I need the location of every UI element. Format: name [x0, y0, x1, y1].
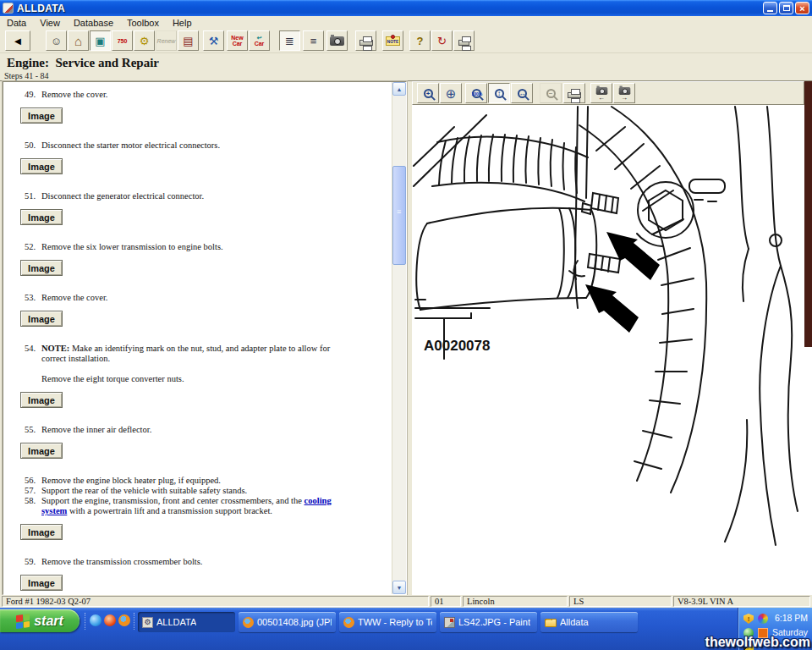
- used-car-icon: ↩Car: [255, 35, 265, 47]
- step-number: 51.: [25, 191, 36, 201]
- shop-button[interactable]: ⌂: [68, 30, 89, 51]
- printer-icon: [568, 92, 581, 98]
- settings-help-button[interactable]: ⚙: [134, 30, 155, 51]
- step-text: Support the rear of the vehicle with sui…: [41, 486, 247, 495]
- image-button[interactable]: Image: [20, 158, 63, 174]
- procedure-panel: 49.Remove the cover. Image 50.Disconnect…: [3, 81, 407, 595]
- scroll-up-button[interactable]: ▲: [392, 82, 406, 96]
- tsb-button[interactable]: 750: [112, 30, 133, 51]
- article-list-button[interactable]: ≣: [279, 30, 300, 51]
- window-title: ALLDATA: [17, 3, 761, 14]
- menu-data[interactable]: Data: [0, 18, 33, 28]
- zoom-in-button[interactable]: +: [417, 83, 439, 103]
- firefox-quicklaunch-icon[interactable]: [118, 614, 130, 626]
- new-car-button[interactable]: NewCar: [227, 30, 248, 51]
- task-forum-reply[interactable]: TWW - Reply to Topic...: [339, 612, 436, 632]
- step-number: 55.: [25, 425, 36, 435]
- pinwheel-tray-icon[interactable]: [758, 614, 768, 624]
- image-edge-strip: [804, 81, 812, 347]
- question-icon: ?: [417, 36, 424, 47]
- start-button[interactable]: start: [0, 609, 80, 632]
- image-button[interactable]: Image: [20, 524, 63, 540]
- help-button[interactable]: ?: [409, 30, 431, 51]
- history-button[interactable]: ↻: [431, 30, 453, 51]
- image-button[interactable]: Image: [20, 443, 63, 459]
- images-button[interactable]: [326, 30, 348, 51]
- alldata-task-icon: ⚙: [142, 617, 153, 628]
- image-button[interactable]: Image: [20, 107, 63, 124]
- status-code: 01: [431, 596, 461, 607]
- close-icon: ×: [799, 3, 804, 14]
- new-car-icon: NewCar: [231, 35, 243, 47]
- repair-button[interactable]: ⚒: [203, 30, 224, 51]
- expert-face-icon: ☺: [51, 36, 62, 47]
- text-view-button[interactable]: ≡: [303, 30, 324, 51]
- task-paint[interactable]: LS42.JPG - Paint: [440, 612, 537, 632]
- step-number: 54.: [25, 344, 36, 354]
- scrollbar-thumb[interactable]: [392, 166, 406, 265]
- scroll-up-icon: ▲: [397, 86, 403, 92]
- step-extra-text: Remove the eight torque converter nuts.: [3, 374, 392, 384]
- step-text: Support the engine, transmission, front …: [41, 496, 304, 505]
- image-button[interactable]: Image: [20, 392, 63, 408]
- security-shield-icon[interactable]: !: [743, 614, 754, 624]
- taskbar-separator: [134, 613, 134, 630]
- fit-page-button[interactable]: ↕: [488, 83, 510, 103]
- fit-width-icon: ↔: [518, 89, 527, 98]
- folder-icon: [545, 619, 557, 627]
- library-button[interactable]: ▤: [178, 30, 199, 51]
- task-alldata[interactable]: ⚙ ALLDATA: [138, 612, 235, 632]
- status-make: Lincoln: [463, 596, 568, 607]
- zoom-out-icon: −: [546, 89, 556, 98]
- zoom-100-icon: 100%: [472, 89, 481, 98]
- book-icon: ▤: [183, 36, 193, 47]
- zoom-100-button[interactable]: 100%: [465, 83, 487, 103]
- previous-image-button[interactable]: ←: [590, 83, 612, 103]
- fit-width-button[interactable]: ↔: [511, 83, 533, 103]
- notes-button[interactable]: NOTE: [382, 30, 403, 51]
- used-car-button[interactable]: ↩Car: [249, 30, 270, 51]
- image-button[interactable]: Image: [20, 575, 63, 591]
- zoom-out-button: −: [540, 83, 562, 103]
- minimize-button[interactable]: [763, 2, 777, 14]
- printer-icon: [359, 40, 373, 46]
- close-button[interactable]: ×: [795, 2, 809, 14]
- print-button[interactable]: [355, 30, 376, 51]
- previous-image-icon: ←: [595, 86, 609, 101]
- vehicle-diagnostics-button[interactable]: ▣: [90, 30, 111, 51]
- tsb-icon: 750: [118, 38, 128, 44]
- step-number: 58.: [25, 496, 36, 506]
- task-alldata-folder[interactable]: Alldata: [540, 612, 638, 632]
- print-image-button[interactable]: [563, 83, 585, 103]
- text-lines-icon: ≡: [310, 36, 317, 47]
- back-button[interactable]: ◄: [5, 30, 30, 51]
- expert-button[interactable]: ☺: [46, 30, 67, 51]
- pan-icon: ⊕: [446, 87, 457, 100]
- step-text: with a powertrain lift and a transmissio…: [67, 506, 272, 515]
- menu-help[interactable]: Help: [166, 18, 199, 28]
- next-image-button[interactable]: →: [613, 83, 635, 103]
- image-button[interactable]: Image: [20, 311, 63, 327]
- status-model: LS: [569, 596, 672, 607]
- internet-quicklaunch-icon[interactable]: [90, 614, 102, 626]
- menu-database[interactable]: Database: [67, 18, 120, 28]
- menu-toolbox[interactable]: Toolbox: [120, 18, 166, 28]
- restore-button[interactable]: [779, 2, 793, 14]
- step-number: 59.: [25, 557, 36, 567]
- print-setup-button[interactable]: [453, 30, 475, 51]
- step-number: 49.: [25, 90, 36, 100]
- taskbar-separator: [85, 613, 85, 630]
- pan-button[interactable]: ⊕: [440, 83, 462, 103]
- firefox-icon: [243, 617, 254, 628]
- clock-time[interactable]: 6:18 PM: [775, 613, 808, 623]
- task-jpeg-image[interactable]: 00501408.jpg (JPEG ...: [239, 612, 336, 632]
- page-title: Engine: Service and Repair: [7, 56, 159, 70]
- menu-view[interactable]: View: [33, 18, 67, 28]
- media-quicklaunch-icon[interactable]: [104, 614, 116, 626]
- vertical-scrollbar[interactable]: ▲ ▼: [392, 82, 406, 594]
- image-button[interactable]: Image: [20, 209, 63, 225]
- image-button[interactable]: Image: [20, 260, 63, 276]
- step-49: 49.Remove the cover. Image: [3, 90, 392, 124]
- scroll-down-button[interactable]: ▼: [392, 581, 406, 594]
- status-database: Ford #1 1982-03 Q2-07: [2, 596, 429, 607]
